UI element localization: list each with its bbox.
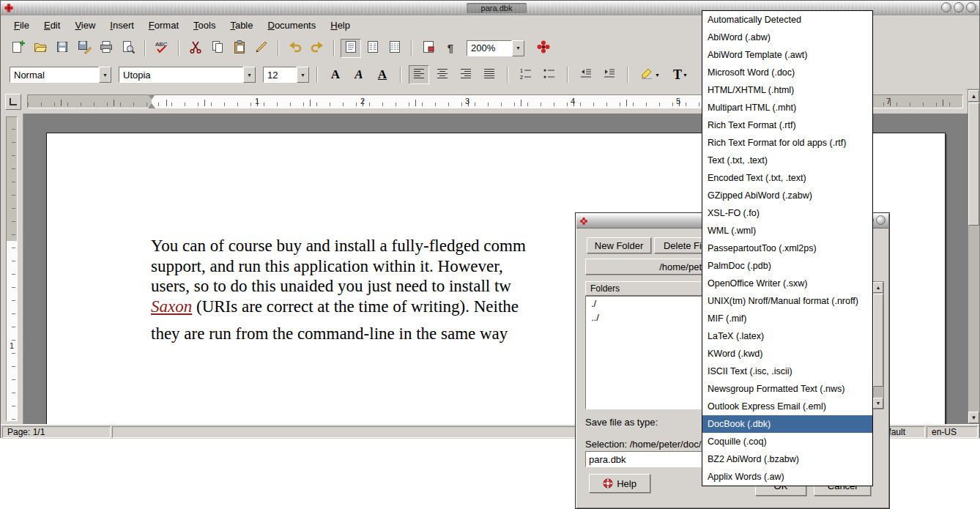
file-type-option[interactable]: WML (.wml) — [702, 222, 872, 239]
file-type-option[interactable]: MIF (.mif) — [702, 310, 872, 327]
increase-indent-button[interactable] — [599, 65, 620, 84]
files-list-scrollbar[interactable]: ▲ ▼ — [872, 281, 884, 409]
file-type-option[interactable]: Applix Words (.aw) — [702, 468, 872, 486]
file-type-option[interactable]: XSL-FO (.fo) — [702, 204, 872, 222]
file-type-option[interactable]: Outlook Express Email (.eml) — [702, 398, 872, 415]
left-indent-marker[interactable] — [148, 103, 155, 108]
menu-format[interactable]: Format — [141, 18, 186, 33]
menu-help[interactable]: Help — [323, 18, 357, 33]
menu-file[interactable]: File — [7, 18, 37, 33]
italic-button[interactable]: A — [349, 65, 369, 84]
folders-list[interactable]: Folders ./ ../ — [585, 281, 721, 409]
new-folder-button[interactable]: New Folder — [587, 237, 651, 253]
dialog-close-button[interactable] — [876, 215, 886, 225]
file-type-option[interactable]: Automatically Detected — [702, 11, 872, 29]
minimize-button[interactable] — [941, 2, 951, 12]
spellcheck-button[interactable]: ABC — [152, 39, 172, 58]
file-type-option[interactable]: HTML/XHTML (.html) — [702, 81, 872, 99]
files-scroll-up-button[interactable]: ▲ — [873, 282, 883, 293]
numbered-list-button[interactable]: 12 — [516, 65, 536, 84]
file-type-option[interactable]: ISCII Text (.isc, .iscii) — [702, 363, 872, 380]
menu-tools[interactable]: Tools — [186, 18, 223, 33]
save-button[interactable] — [52, 39, 73, 58]
new-document-button[interactable] — [8, 39, 29, 58]
file-type-option[interactable]: AbiWord Template (.awt) — [702, 46, 872, 64]
redo-button[interactable] — [307, 39, 327, 58]
decrease-indent-button[interactable] — [576, 65, 596, 84]
folders-header[interactable]: Folders — [585, 281, 721, 296]
highlight-dropdown-arrow[interactable]: ▼ — [655, 73, 660, 78]
cut-button[interactable] — [185, 39, 206, 58]
align-center-button[interactable] — [432, 65, 453, 84]
print-button[interactable] — [96, 39, 116, 58]
file-type-option[interactable]: Text (.txt, .text) — [702, 152, 872, 169]
align-justify-button[interactable] — [479, 65, 500, 84]
align-left-button[interactable] — [409, 65, 429, 84]
file-type-option[interactable]: Rich Text Format for old apps (.rtf) — [702, 134, 872, 152]
one-column-button[interactable] — [341, 39, 361, 58]
file-type-option[interactable]: Microsoft Word (.doc) — [702, 64, 872, 81]
menu-table[interactable]: Table — [223, 18, 260, 33]
file-type-option[interactable]: AbiWord (.abw) — [702, 29, 872, 46]
two-columns-button[interactable] — [363, 39, 383, 58]
file-type-option[interactable]: LaTeX (.latex) — [702, 327, 872, 345]
tab-selector-button[interactable] — [5, 94, 21, 110]
text-color-button[interactable]: T▼ — [667, 65, 694, 84]
open-button[interactable] — [30, 39, 51, 58]
first-line-indent-marker[interactable] — [148, 94, 155, 100]
scroll-up-button[interactable]: ▲ — [968, 90, 979, 102]
help-button[interactable]: Help — [589, 474, 650, 493]
file-type-option-selected[interactable]: DocBook (.dbk) — [702, 415, 872, 433]
size-combo[interactable]: 12 ▼ — [263, 67, 309, 83]
main-vertical-scrollbar[interactable]: ▲ ▼ — [968, 89, 980, 424]
style-dropdown-arrow[interactable]: ▼ — [99, 67, 111, 83]
file-type-option[interactable]: BZ2 AbiWord (.bzabw) — [702, 450, 872, 468]
align-right-button[interactable] — [456, 65, 476, 84]
zoom-combo[interactable]: 200% ▼ — [467, 40, 524, 56]
file-type-option[interactable]: Rich Text Format (.rtf) — [702, 116, 872, 134]
close-button[interactable] — [966, 2, 976, 12]
style-combo[interactable]: Normal ▼ — [10, 67, 111, 83]
menu-view[interactable]: View — [67, 18, 103, 33]
scroll-down-button[interactable]: ▼ — [968, 412, 979, 423]
format-painter-button[interactable] — [251, 39, 272, 58]
file-type-option[interactable]: Encoded Text (.txt, .text) — [702, 169, 872, 187]
file-type-option[interactable]: OpenOffice Writer (.sxw) — [702, 275, 872, 292]
text-color-dropdown-arrow[interactable]: ▼ — [683, 73, 688, 78]
abiword-logo-button[interactable] — [533, 39, 554, 58]
file-type-option[interactable]: Multipart HTML (.mht) — [702, 99, 872, 116]
zoom-dropdown-arrow[interactable]: ▼ — [512, 40, 524, 56]
scroll-thumb[interactable] — [968, 103, 979, 226]
files-scroll-down-button[interactable]: ▼ — [873, 398, 883, 409]
print-preview-button[interactable] — [118, 39, 138, 58]
menu-edit[interactable]: Edit — [37, 18, 67, 33]
dialog-window-icon[interactable] — [579, 217, 588, 226]
file-type-option[interactable]: Newsgroup Formatted Text (.nws) — [702, 380, 872, 398]
folder-item[interactable]: ../ — [586, 311, 720, 324]
bold-button[interactable]: A — [325, 65, 346, 84]
three-columns-button[interactable] — [385, 39, 405, 58]
files-scroll-thumb[interactable] — [873, 294, 883, 387]
zoom-page-button[interactable] — [418, 39, 439, 58]
file-type-option[interactable]: KWord (.kwd) — [702, 345, 872, 363]
maximize-button[interactable] — [954, 2, 964, 12]
undo-button[interactable] — [285, 39, 305, 58]
saxon-link[interactable]: Saxon — [151, 297, 192, 316]
save-as-button[interactable] — [74, 39, 94, 58]
paste-button[interactable] — [229, 39, 250, 58]
highlight-button[interactable]: ▼ — [636, 65, 664, 84]
font-dropdown-arrow[interactable]: ▼ — [243, 67, 256, 83]
menu-documents[interactable]: Documents — [260, 18, 323, 33]
bulleted-list-button[interactable] — [539, 65, 560, 84]
font-combo[interactable]: Utopia ▼ — [119, 67, 256, 83]
show-formatting-button[interactable]: ¶ — [440, 39, 461, 58]
size-dropdown-arrow[interactable]: ▼ — [297, 67, 309, 83]
file-type-option[interactable]: GZipped AbiWord (.zabw) — [702, 187, 872, 204]
file-type-option[interactable]: PassepartoutToo (.xml2ps) — [702, 239, 872, 257]
status-language-indicator[interactable]: en-US — [927, 426, 978, 438]
underline-button[interactable]: A — [372, 65, 393, 84]
abiword-window-icon[interactable] — [4, 3, 14, 13]
copy-button[interactable] — [207, 39, 228, 58]
folder-item[interactable]: ./ — [586, 297, 720, 311]
menu-insert[interactable]: Insert — [103, 18, 141, 33]
